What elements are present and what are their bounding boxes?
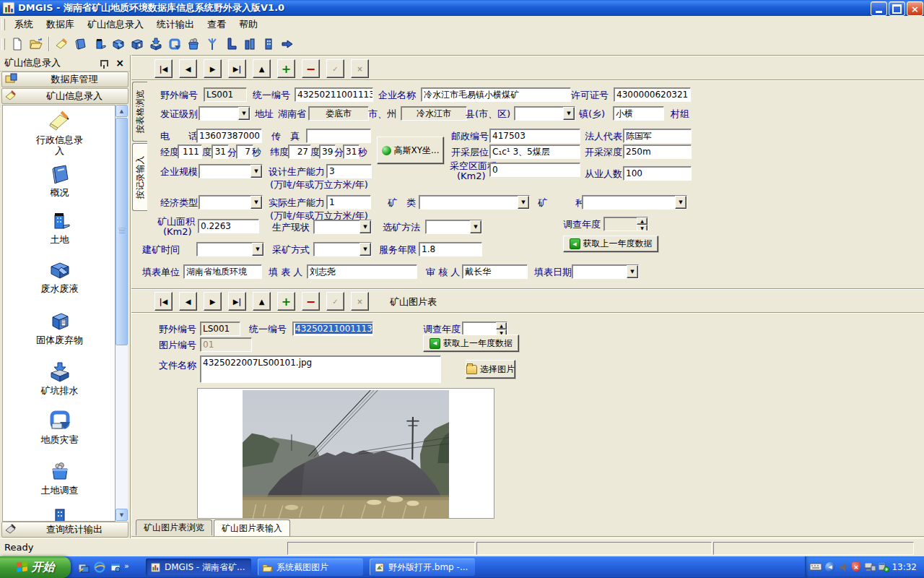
photo-unified-number-field[interactable]: 43250211001113 — [292, 322, 373, 336]
land-icon[interactable] — [91, 35, 108, 53]
form-unit-field[interactable]: 湖南省地质环境 — [183, 264, 262, 279]
geohazard-icon[interactable] — [166, 35, 183, 53]
menu-system[interactable]: 系统 — [8, 16, 40, 33]
chevron-down-icon[interactable]: ▼ — [563, 107, 575, 120]
chevron-down-icon[interactable]: ▼ — [359, 220, 371, 233]
sidebar-item-wastewater[interactable]: 废水废液 — [3, 283, 116, 294]
start-button[interactable]: 开始 — [0, 556, 71, 578]
chevron-down-icon[interactable]: ▼ — [359, 243, 371, 256]
network-icon[interactable] — [865, 563, 876, 574]
sidebar-splitter[interactable] — [130, 55, 131, 538]
economic-type-select[interactable]: 个体 ▼ — [199, 195, 263, 210]
sidebar-item-land[interactable]: 土地 — [3, 234, 116, 245]
latitude-sec-field[interactable]: 31 — [343, 144, 359, 159]
service-years-field[interactable]: 1.8 — [419, 242, 482, 256]
taskbar-task-screenshots-folder[interactable]: 系统截图图片 — [258, 558, 363, 576]
actual-capacity-field[interactable]: 1 — [326, 195, 371, 210]
database-monitor-icon[interactable] — [879, 563, 889, 574]
restore-button[interactable] — [889, 1, 905, 16]
nav-delete-button[interactable]: − — [302, 59, 320, 78]
latitude-deg-field[interactable]: 27 — [288, 144, 311, 159]
mine-drainage-icon[interactable] — [147, 35, 165, 53]
photo-field-number-field[interactable]: LS001 — [200, 322, 240, 336]
license-number-field[interactable]: 4300000620321 — [614, 87, 691, 102]
land-survey-icon[interactable] — [3, 460, 116, 485]
employee-count-field[interactable]: 100 — [623, 166, 692, 181]
sidebar-close-icon[interactable]: × — [116, 57, 124, 69]
scroll-down-icon[interactable]: ▼ — [116, 509, 128, 521]
tab-photo-table-browse[interactable]: 矿山图片表浏览 — [136, 519, 212, 535]
form-date-select[interactable]: 2007-11-13 ▼ — [572, 264, 639, 279]
plant-icon[interactable] — [204, 35, 221, 53]
photo-nav-add-button[interactable]: + — [277, 292, 295, 311]
city-field[interactable]: 娄底市 — [308, 106, 369, 121]
quicklaunch-desktop-icon[interactable] — [78, 561, 90, 573]
nav-first-button[interactable]: |◀ — [154, 59, 173, 78]
longitude-min-field[interactable]: 31 — [212, 144, 229, 159]
license-level-select[interactable]: 省部级 ▼ — [199, 106, 250, 121]
county-select[interactable]: 毛易 ▼ — [514, 106, 575, 121]
form-filler-field[interactable]: 刘志尧 — [307, 264, 417, 279]
land-survey-icon[interactable] — [185, 35, 202, 53]
chevron-down-icon[interactable]: ▼ — [250, 165, 262, 178]
prefecture-field[interactable]: 冷水江市 — [401, 106, 467, 121]
postal-code-field[interactable]: 417503 — [489, 129, 580, 143]
photo-fetch-previous-year-button[interactable]: ◀ 获取上一年度数据 — [423, 335, 519, 352]
latitude-min-field[interactable]: 39 — [319, 144, 336, 159]
enterprise-name-field[interactable]: 冷水江市毛易镇小横煤矿 — [421, 87, 571, 102]
chevron-down-icon[interactable]: ▼ — [627, 265, 638, 278]
keyboard-icon[interactable] — [810, 563, 822, 573]
mine-founded-select[interactable]: 1972- 1- 3 ▼ — [196, 242, 264, 256]
geohazard-icon[interactable] — [3, 409, 116, 434]
phone-field[interactable]: 13607387000 — [196, 129, 262, 143]
language-bar-icon[interactable]: ◀ — [825, 562, 835, 572]
unified-number-field[interactable]: 43250211001113 — [295, 87, 373, 102]
buildings-icon[interactable] — [241, 35, 258, 53]
volume-icon[interactable] — [840, 563, 849, 574]
spin-up-icon[interactable]: ▲ — [637, 217, 648, 225]
fetch-previous-year-button[interactable]: ◀ 获取上一年度数据 — [563, 236, 658, 252]
chevron-down-icon[interactable]: ▼ — [250, 196, 262, 209]
photo-nav-next-button[interactable]: ▶ — [204, 292, 222, 311]
goaf-area-field[interactable]: 0 — [489, 163, 580, 177]
new-document-icon[interactable] — [9, 35, 26, 53]
chevron-down-icon[interactable]: ▼ — [518, 196, 529, 209]
photo-nav-prev-button[interactable]: ◀ — [179, 292, 197, 311]
longitude-deg-field[interactable]: 111 — [178, 144, 202, 159]
mine-area-field[interactable]: 0.2263 — [198, 219, 259, 233]
photo-nav-first-button[interactable]: |◀ — [154, 292, 173, 311]
quicklaunch-ie-icon[interactable] — [94, 561, 105, 573]
wastewater-icon[interactable] — [3, 259, 116, 284]
mining-method-select[interactable]: 井下开采 ▼ — [313, 242, 372, 256]
minimize-button[interactable] — [871, 1, 887, 16]
solid-waste-icon[interactable] — [128, 35, 146, 53]
sidebar-item-mine-drainage[interactable]: 矿坑排水 — [3, 385, 116, 396]
overview-icon[interactable] — [3, 163, 116, 189]
design-capacity-field[interactable]: 3 — [326, 164, 372, 178]
field-number-field[interactable]: LS001 — [204, 87, 247, 102]
sidebar-item-geohazard[interactable]: 地质灾害 — [3, 434, 116, 445]
mineral-kind-select[interactable]: 煤 ▼ — [582, 195, 687, 210]
beneficiation-method-select[interactable]: 其它 ▼ — [425, 220, 482, 234]
sidebar-item-overview[interactable]: 概况 — [3, 187, 116, 198]
photo-nav-top-button[interactable]: ▲ — [253, 292, 271, 311]
nav-add-button[interactable]: + — [277, 59, 295, 78]
solid-waste-icon[interactable] — [3, 310, 116, 335]
chevron-down-icon[interactable]: ▼ — [238, 107, 250, 120]
photo-nav-last-button[interactable]: ▶| — [228, 292, 246, 311]
photo-nav-confirm-button[interactable]: ✓ — [326, 292, 344, 311]
nav-next-button[interactable]: ▶ — [204, 59, 222, 78]
nav-top-button[interactable]: ▲ — [253, 59, 271, 78]
mine-drainage-icon[interactable] — [3, 361, 116, 386]
reviewer-field[interactable]: 戴长华 — [462, 264, 528, 279]
security-alert-icon[interactable]: × — [852, 562, 860, 571]
chevron-down-icon[interactable]: ▼ — [675, 196, 687, 209]
legal-rep-field[interactable]: 陈国军 — [623, 129, 692, 143]
scroll-up-icon[interactable]: ▲ — [116, 105, 128, 117]
tab-photo-table-input[interactable]: 矿山图片表输入 — [214, 519, 290, 536]
admin-entry-icon[interactable] — [3, 109, 116, 134]
file-name-field[interactable]: 4325022007LS00101.jpg — [200, 355, 441, 383]
scrollbar-thumb[interactable] — [116, 118, 128, 345]
nav-cancel-button[interactable]: × — [351, 59, 369, 78]
open-folder-icon[interactable] — [27, 35, 45, 53]
